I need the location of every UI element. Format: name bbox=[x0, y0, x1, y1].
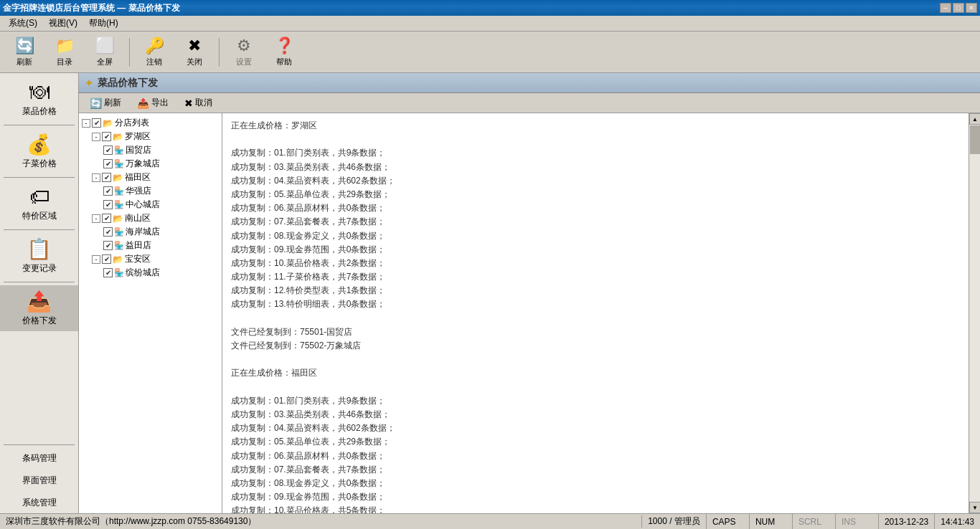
toolbar-fullscreen[interactable]: ⬜ 全屏 bbox=[86, 35, 123, 70]
sub-cancel-button[interactable]: ✖ 取消 bbox=[179, 95, 217, 111]
tree-huaqiang[interactable]: ✔ 🏪 华强店 bbox=[82, 184, 219, 198]
toolbar-directory-label: 目录 bbox=[57, 57, 72, 67]
nanshan-expand[interactable]: - bbox=[92, 214, 100, 223]
baoan-expand[interactable]: - bbox=[92, 255, 100, 264]
log-panel[interactable]: 正在生成价格：罗湖区 成功复制：01.部门类别表，共9条数据；成功复制：03.菜… bbox=[222, 113, 969, 513]
sidebar-item-special-area[interactable]: 🏷 特价区域 bbox=[0, 181, 78, 227]
luohu-expand[interactable]: - bbox=[92, 133, 100, 141]
status-caps: CAPS bbox=[707, 514, 750, 529]
log-line: 成功复制：01.部门类别表，共9条数据； bbox=[231, 146, 960, 160]
sub-cancel-icon: ✖ bbox=[184, 97, 193, 109]
futian-expand[interactable]: - bbox=[92, 173, 100, 182]
tree-nanshan[interactable]: - ✔ 📂 南山区 bbox=[82, 211, 219, 225]
sidebar-item-system[interactable]: 系统管理 bbox=[0, 492, 78, 513]
log-line: 成功复制：11.子菜价格表，共7条数据； bbox=[231, 270, 960, 284]
nanshan-checkbox[interactable]: ✔ bbox=[102, 214, 111, 223]
system-label: 系统管理 bbox=[22, 497, 57, 509]
tree-binfen[interactable]: ✔ 🏪 缤纷城店 bbox=[82, 266, 219, 280]
haian-checkbox[interactable]: ✔ bbox=[103, 227, 113, 237]
sub-export-button[interactable]: 📤 导出 bbox=[132, 95, 174, 111]
scroll-thumb[interactable] bbox=[970, 125, 980, 154]
yitian-checkbox[interactable]: ✔ bbox=[103, 241, 113, 250]
huaqiang-checkbox[interactable]: ✔ bbox=[103, 186, 113, 196]
nanshan-icon: 📂 bbox=[113, 214, 123, 224]
log-line: 正在生成价格：福田区 bbox=[231, 366, 960, 380]
sidebar-item-change-log[interactable]: 📋 变更记录 bbox=[0, 233, 78, 279]
sidebar-item-price-push[interactable]: 📤 价格下发 bbox=[0, 285, 78, 331]
log-line: 成功复制：06.菜品原材料，共0条数据； bbox=[231, 449, 960, 463]
log-line: 成功复制：04.菜品资料表，共602条数据； bbox=[231, 174, 960, 188]
tree-root[interactable]: - ✔ 📂 分店列表 bbox=[82, 116, 219, 130]
tree-baoan[interactable]: - ✔ 📂 宝安区 bbox=[82, 252, 219, 266]
minimize-button[interactable]: ─ bbox=[940, 3, 951, 13]
zhongxin-label: 中心城店 bbox=[126, 199, 160, 211]
sidebar-item-sub-price[interactable]: 💰 子菜价格 bbox=[0, 128, 78, 174]
haian-label: 海岸城店 bbox=[126, 226, 160, 238]
toolbar-settings[interactable]: ⚙ 设置 bbox=[225, 35, 263, 70]
futian-checkbox[interactable]: ✔ bbox=[102, 173, 111, 182]
toolbar-fullscreen-label: 全屏 bbox=[97, 57, 113, 67]
toolbar-separator2 bbox=[219, 38, 220, 67]
root-label: 分店列表 bbox=[115, 117, 149, 129]
root-expand[interactable]: - bbox=[82, 119, 90, 128]
sidebar-label-change-log: 变更记录 bbox=[22, 262, 57, 275]
scroll-up[interactable]: ▲ bbox=[969, 113, 980, 125]
sidebar-item-barcode[interactable]: 条码管理 bbox=[0, 448, 78, 469]
sub-export-label: 导出 bbox=[151, 97, 169, 109]
guomao-checkbox[interactable]: ✔ bbox=[103, 146, 113, 155]
log-line: 成功复制：10.菜品价格表，共5条数据； bbox=[231, 504, 960, 513]
toolbar-logout[interactable]: 🔑 注销 bbox=[136, 35, 173, 70]
log-line: 成功复制：08.现金券定义，共0条数据； bbox=[231, 229, 960, 243]
settings-icon: ⚙ bbox=[237, 37, 251, 55]
close-window-button[interactable]: ✕ bbox=[966, 3, 977, 13]
page-header: ✦ 菜品价格下发 bbox=[79, 73, 980, 93]
maximize-button[interactable]: □ bbox=[953, 3, 964, 13]
tree-wanxiang[interactable]: ✔ 🏪 万象城店 bbox=[82, 157, 219, 171]
tree-zhongxin[interactable]: ✔ 🏪 中心城店 bbox=[82, 198, 219, 211]
tree-guomao[interactable]: ✔ 🏪 国贸店 bbox=[82, 143, 219, 157]
toolbar-refresh[interactable]: 🔄 刷新 bbox=[6, 35, 43, 70]
status-time: 14:41:43 bbox=[935, 514, 980, 529]
binfen-icon: 🏪 bbox=[114, 268, 124, 277]
root-checkbox[interactable]: ✔ bbox=[92, 118, 101, 128]
log-line: 成功复制：07.菜品套餐表，共7条数据； bbox=[231, 463, 960, 477]
log-line: 成功复制：10.菜品价格表，共2条数据； bbox=[231, 257, 960, 270]
scroll-down[interactable]: ▼ bbox=[969, 502, 980, 513]
binfen-label: 缤纷城店 bbox=[126, 267, 160, 279]
menu-system[interactable]: 系统(S) bbox=[3, 16, 43, 31]
sub-cancel-label: 取消 bbox=[195, 97, 212, 109]
menu-view[interactable]: 视图(V) bbox=[43, 16, 83, 31]
page-title: 菜品价格下发 bbox=[98, 77, 158, 90]
toolbar-settings-label: 设置 bbox=[236, 57, 252, 67]
toolbar-directory[interactable]: 📁 目录 bbox=[46, 35, 83, 70]
sidebar-item-ui[interactable]: 界面管理 bbox=[0, 470, 78, 491]
sidebar-item-dish-price[interactable]: 🍽 菜品价格 bbox=[0, 76, 78, 122]
zhongxin-checkbox[interactable]: ✔ bbox=[103, 200, 113, 209]
menu-help[interactable]: 帮助(H) bbox=[83, 16, 124, 31]
toolbar-close-label: 关闭 bbox=[187, 57, 202, 67]
sub-refresh-label: 刷新 bbox=[104, 97, 121, 109]
scrollbar[interactable]: ▲ ▼ bbox=[969, 113, 980, 513]
log-line: 成功复制：03.菜品类别表，共46条数据； bbox=[231, 161, 960, 174]
sidebar-label-special-area: 特价区域 bbox=[22, 210, 57, 222]
tree-yitian[interactable]: ✔ 🏪 益田店 bbox=[82, 239, 219, 252]
guomao-label: 国贸店 bbox=[126, 144, 151, 156]
tree-luohu[interactable]: - ✔ 📂 罗湖区 bbox=[82, 130, 219, 143]
sub-refresh-button[interactable]: 🔄 刷新 bbox=[85, 95, 126, 111]
tree-panel[interactable]: - ✔ 📂 分店列表 - ✔ 📂 罗湖区 ✔ 🏪 国贸店 bbox=[79, 113, 222, 513]
sidebar-label-sub-price: 子菜价格 bbox=[22, 158, 57, 170]
toolbar-close[interactable]: ✖ 关闭 bbox=[176, 35, 213, 70]
log-line: 正在生成价格：罗湖区 bbox=[231, 119, 960, 133]
baoan-checkbox[interactable]: ✔ bbox=[102, 254, 111, 264]
tree-haian[interactable]: ✔ 🏪 海岸城店 bbox=[82, 225, 219, 239]
tree-futian[interactable]: - ✔ 📂 福田区 bbox=[82, 171, 219, 184]
futian-icon: 📂 bbox=[113, 173, 123, 183]
wanxiang-checkbox[interactable]: ✔ bbox=[103, 159, 113, 168]
status-company: 深圳市三度软件有限公司（http://www.jzzp.com 0755-836… bbox=[0, 515, 642, 528]
sidebar-divider2 bbox=[4, 177, 74, 178]
luohu-checkbox[interactable]: ✔ bbox=[102, 132, 111, 141]
toolbar-help[interactable]: ❓ 帮助 bbox=[265, 35, 303, 70]
baoan-label: 宝安区 bbox=[125, 253, 151, 265]
scroll-track[interactable] bbox=[969, 125, 980, 502]
binfen-checkbox[interactable]: ✔ bbox=[103, 268, 113, 277]
